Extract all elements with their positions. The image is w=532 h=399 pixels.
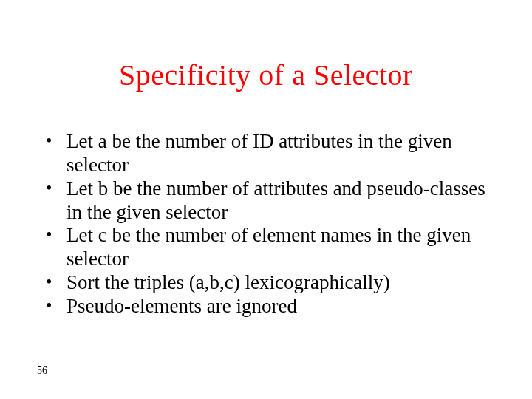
slide-title: Specificity of a Selector: [0, 58, 532, 92]
bullet-mark-icon: •: [46, 295, 66, 316]
bullet-item: • Let a be the number of ID attributes i…: [46, 130, 486, 177]
bullet-mark-icon: •: [46, 224, 66, 245]
bullet-text: Pseudo-elements are ignored: [66, 295, 486, 318]
slide: Specificity of a Selector • Let a be the…: [0, 0, 532, 399]
bullet-text: Let a be the number of ID attributes in …: [66, 130, 486, 177]
bullet-text: Sort the triples (a,b,c) lexicographical…: [66, 271, 486, 295]
bullet-text: Let b be the number of attributes and ps…: [66, 177, 486, 225]
bullet-item: • Let b be the number of attributes and …: [46, 177, 486, 225]
bullet-mark-icon: •: [46, 271, 66, 292]
bullet-text: Let c be the number of element names in …: [66, 224, 486, 271]
bullet-mark-icon: •: [46, 130, 66, 151]
bullet-item: • Let c be the number of element names i…: [46, 224, 486, 271]
slide-body: • Let a be the number of ID attributes i…: [46, 130, 486, 318]
bullet-mark-icon: •: [46, 177, 66, 198]
bullet-item: • Pseudo-elements are ignored: [46, 295, 486, 318]
page-number: 56: [37, 365, 47, 377]
bullet-item: • Sort the triples (a,b,c) lexicographic…: [46, 271, 486, 295]
